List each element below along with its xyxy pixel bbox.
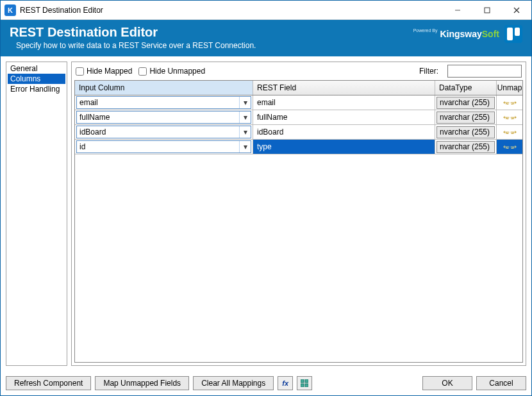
filter-input[interactable]	[447, 65, 522, 78]
col-header-type[interactable]: DataType	[435, 81, 497, 95]
hide-mapped-input[interactable]	[76, 67, 84, 76]
datatype-cell: nvarchar (255)	[435, 95, 497, 110]
unmap-cell[interactable]: ⥳⥳	[497, 95, 522, 110]
header-banner: REST Destination Editor Specify how to w…	[1, 20, 531, 56]
brand-text-a: Kingsway	[440, 29, 481, 39]
rest-field-value: type	[254, 142, 433, 151]
input-column-combo[interactable]: idBoard▾	[76, 126, 251, 138]
unmap-icon[interactable]: ⥳⥳	[503, 142, 517, 151]
clear-all-mappings-button[interactable]: Clear All Mappings	[193, 376, 274, 390]
table-row[interactable]: idBoard▾idBoardnvarchar (255)⥳⥳	[75, 125, 522, 140]
page-heading: REST Destination Editor	[10, 25, 413, 40]
table-row[interactable]: fullName▾fullNamenvarchar (255)⥳⥳	[75, 110, 522, 125]
titlebar: K REST Destination Editor	[1, 1, 531, 20]
unmap-icon[interactable]: ⥳⥳	[503, 98, 517, 107]
input-column-combo[interactable]: id▾	[76, 140, 251, 153]
input-column-cell[interactable]: idBoard▾	[75, 125, 253, 139]
datatype-cell: nvarchar (255)	[435, 125, 497, 139]
rest-field-value: idBoard	[254, 128, 433, 136]
columns-toolbar: Hide Mapped Hide Unmapped Filter:	[72, 62, 526, 80]
hide-unmapped-checkbox[interactable]: Hide Unmapped	[138, 67, 205, 76]
app-icon: K	[4, 4, 16, 16]
svg-rect-1	[485, 8, 490, 13]
unmap-cell[interactable]: ⥳⥳	[497, 110, 522, 124]
col-header-input[interactable]: Input Column	[75, 81, 253, 95]
rest-field-value: email	[254, 98, 433, 107]
input-column-combo[interactable]: email▾	[76, 96, 251, 109]
rest-field-cell[interactable]: type	[253, 140, 435, 154]
input-column-cell[interactable]: id▾	[75, 140, 253, 154]
brand-text-b: Soft	[482, 29, 499, 39]
unmap-icon[interactable]: ⥳⥳	[503, 128, 517, 136]
rest-field-cell[interactable]: idBoard	[253, 125, 435, 139]
ok-button[interactable]: OK	[422, 376, 472, 390]
chevron-down-icon[interactable]: ▾	[239, 97, 251, 108]
filter-label: Filter:	[419, 67, 438, 76]
datatype-cell: nvarchar (255)	[435, 140, 497, 154]
input-column-cell[interactable]: email▾	[75, 95, 253, 110]
window-controls	[443, 1, 531, 19]
svg-rect-7	[305, 384, 308, 387]
page-subtitle: Specify how to write data to a REST Serv…	[16, 41, 413, 50]
table-row[interactable]: id▾typenvarchar (255)⥳⥳	[75, 140, 522, 154]
grid-options-button[interactable]	[297, 376, 312, 390]
input-column-value: fullName	[77, 113, 239, 122]
col-header-rest[interactable]: REST Field	[253, 81, 435, 95]
rest-field-cell[interactable]: fullName	[253, 110, 435, 124]
datatype-chip: nvarchar (255)	[436, 111, 495, 124]
input-column-value: idBoard	[77, 128, 239, 136]
col-header-unmap[interactable]: Unmap	[497, 81, 522, 95]
input-column-value: id	[77, 142, 239, 151]
trello-icon	[504, 25, 522, 43]
kingswaysoft-logo: Powered By KingswaySoft	[413, 29, 499, 39]
svg-rect-5	[305, 379, 308, 383]
refresh-component-button[interactable]: Refresh Component	[6, 376, 91, 390]
datatype-chip: nvarchar (255)	[436, 141, 495, 153]
unmap-cell[interactable]: ⥳⥳	[497, 140, 522, 154]
svg-rect-4	[301, 379, 304, 383]
chevron-down-icon[interactable]: ▾	[239, 141, 251, 153]
main-panel: Hide Mapped Hide Unmapped Filter: Input …	[71, 62, 526, 366]
table-row[interactable]: email▾emailnvarchar (255)⥳⥳	[75, 95, 522, 110]
expression-editor-button[interactable]: fx	[278, 376, 293, 390]
datatype-cell: nvarchar (255)	[435, 110, 497, 124]
powered-by-label: Powered By	[413, 28, 438, 33]
window-title: REST Destination Editor	[20, 6, 443, 15]
mapping-grid: Input Column REST Field DataType Unmap e…	[74, 80, 523, 363]
input-column-value: email	[77, 98, 239, 107]
sidebar-item-general[interactable]: General	[8, 63, 65, 74]
grid-header-row: Input Column REST Field DataType Unmap	[75, 81, 522, 95]
grid-empty-area	[75, 154, 522, 362]
cancel-button[interactable]: Cancel	[476, 376, 526, 390]
grid-body: email▾emailnvarchar (255)⥳⥳fullName▾full…	[75, 95, 522, 154]
input-column-cell[interactable]: fullName▾	[75, 110, 253, 124]
sidebar-item-error-handling[interactable]: Error Handling	[8, 84, 65, 94]
sidebar-item-columns[interactable]: Columns	[8, 74, 65, 84]
maximize-button[interactable]	[472, 1, 502, 19]
unmap-icon[interactable]: ⥳⥳	[503, 113, 517, 122]
app-window: K REST Destination Editor REST Destinati…	[0, 0, 532, 396]
rest-field-value: fullName	[254, 113, 433, 122]
footer-bar: Refresh Component Map Unmapped Fields Cl…	[1, 371, 531, 395]
chevron-down-icon[interactable]: ▾	[239, 126, 251, 138]
unmap-cell[interactable]: ⥳⥳	[497, 125, 522, 139]
map-unmapped-button[interactable]: Map Unmapped Fields	[95, 376, 189, 390]
svg-rect-6	[301, 384, 304, 387]
datatype-chip: nvarchar (255)	[436, 126, 495, 138]
hide-unmapped-input[interactable]	[138, 67, 147, 76]
sidebar: GeneralColumnsError Handling	[6, 62, 67, 366]
hide-mapped-checkbox[interactable]: Hide Mapped	[76, 67, 132, 76]
chevron-down-icon[interactable]: ▾	[239, 111, 251, 123]
hide-unmapped-label: Hide Unmapped	[149, 67, 205, 76]
close-button[interactable]	[502, 1, 531, 19]
hide-mapped-label: Hide Mapped	[87, 67, 132, 76]
body-area: GeneralColumnsError Handling Hide Mapped…	[1, 56, 531, 371]
minimize-button[interactable]	[443, 1, 472, 19]
input-column-combo[interactable]: fullName▾	[76, 111, 251, 124]
datatype-chip: nvarchar (255)	[436, 97, 495, 109]
rest-field-cell[interactable]: email	[253, 95, 435, 110]
